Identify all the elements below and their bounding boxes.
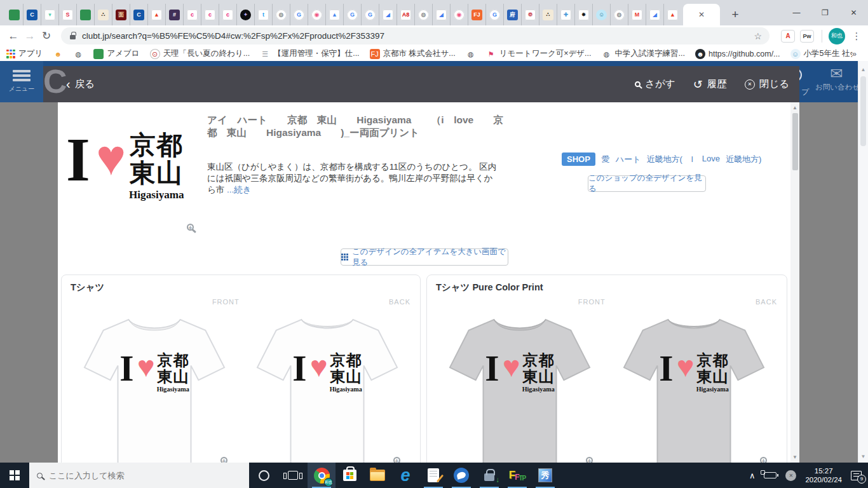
shop-all-designs-button[interactable]: このショップの全デザインを見る [588,175,706,192]
design-thumbnail[interactable]: I ♥ 京都 東山 Higasiyama [66,131,184,201]
panel-scrollbar[interactable]: ▲ ▼ [790,102,799,463]
pinned-tab-shuriken[interactable]: ✸ [574,4,592,25]
forward-icon[interactable]: → [22,28,38,44]
pinned-tab-fj[interactable]: FJ [468,4,485,25]
tray-status-icon[interactable]: ✕ [785,470,796,481]
zoom-in-icon[interactable] [760,457,767,463]
url-text[interactable]: clubt.jp/search?q=%B5%FE%C5%D4#cw:%2Fsp%… [82,31,749,41]
taskbar-edge-button[interactable]: e [391,463,419,488]
contact-button[interactable]: ✉ お問い合わせ [815,65,857,92]
tshirt-back-image[interactable]: I ♥ 京都 東山 Higasiyama [248,311,407,463]
pinned-tab-c-magenta-3[interactable]: c [219,4,236,25]
pinned-tab-globe-1[interactable]: ◍ [272,4,290,25]
tag-link[interactable]: 愛 [602,154,610,165]
bookmark-item[interactable]: ◍ [466,49,476,59]
bookmark-item[interactable]: ◍中学入試漢字練習... [602,48,685,59]
browser-scrollbar[interactable]: ▲ ▼ [858,61,868,463]
acrobat-extension-icon[interactable]: A [781,30,795,43]
site-menu-button[interactable]: メニュー [0,61,43,102]
bookmark-item[interactable]: FJ京都市 株式会社サ... [370,48,456,59]
tag-link[interactable]: ハート [616,154,641,165]
active-tab[interactable]: ✕ [683,4,720,25]
tshirt-front-image[interactable]: I ♥ 京都 東山 Higasiyama [75,311,234,463]
taskbar-thunderbird-button[interactable] [447,463,475,488]
bookmarks-overflow-icon[interactable]: » [852,49,862,58]
scroll-down-icon[interactable]: ▼ [790,452,799,462]
taskbar-security-button[interactable]: ↓ [475,463,503,488]
pinned-tab-waffle[interactable]: # [165,4,183,25]
bookmark-item[interactable]: ☺小学5年生 社会<... [790,48,852,59]
reload-icon[interactable]: ↻ [38,28,55,44]
pinned-tab-plus-blue[interactable]: ✚ [557,4,574,25]
zoom-in-icon[interactable] [586,457,593,463]
tshirt-front-image[interactable]: I ♥ 京都 東山 Higasiyama [440,311,599,463]
pinned-tab-adsense-3[interactable]: ◢ [646,4,663,25]
tag-link[interactable]: Ｉ [688,154,696,165]
product-card-tshirt[interactable]: Tシャツ FRONT BACK I ♥ 京都 [61,274,421,463]
history-button[interactable]: ↺ 履歴 [693,78,727,91]
search-button[interactable]: さがす [635,78,675,91]
bookmark-item[interactable]: ☻https://github.com/... [695,49,780,59]
pinned-tab-kabuki[interactable]: 面 [112,4,130,25]
pinned-tab-figure-dark[interactable]: ✦ [236,4,254,25]
task-view-button[interactable] [278,463,308,488]
pinned-tab-flame-2[interactable]: ▲ [663,4,681,25]
bookmark-item[interactable]: ⚑リモートワーク可×デザ... [486,48,592,59]
zoom-in-icon[interactable] [393,457,400,463]
tray-expand-icon[interactable]: ∧ [749,471,756,480]
pinned-tab-mint-pin[interactable]: ▾ [41,4,58,25]
pinned-tab-s-red[interactable]: S [58,4,76,25]
pinned-tab-c-blue[interactable]: C [23,4,41,25]
scroll-down-icon[interactable]: ▼ [858,452,868,461]
tag-link[interactable]: 近畿地方( [646,154,682,165]
pinned-tab-a8[interactable]: A8 [397,4,414,25]
pinned-tab-flowers[interactable]: ❁ [521,4,539,25]
bookmark-item[interactable]: ◍ [73,49,83,59]
battery-icon[interactable] [764,472,776,478]
taskbar-chrome-button[interactable]: 和也 [308,463,336,488]
pinned-tab-google-g-1[interactable]: G [290,4,308,25]
pinned-tab-ameblo-frog[interactable] [5,4,23,25]
bookmark-item[interactable]: アプリ [6,48,43,59]
view-all-items-button[interactable]: このデザインの全アイテムを大きい画面で見る [341,248,508,266]
bookmark-item[interactable]: ⊙天理「長い夏の終わり... [150,48,250,59]
product-card-pure-color[interactable]: Tシャツ Pure Color Print FRONT BACK I ♥ [426,274,787,463]
pinned-tab-paw[interactable]: ∴ [94,4,112,25]
pinned-tab-face-blue[interactable]: ☺ [592,4,610,25]
browser-menu-icon[interactable]: ⋮ [850,30,863,42]
close-overlay-button[interactable]: ✕ 閉じる [745,78,789,91]
pinned-tab-pink-circle-2[interactable]: ◉ [450,4,468,25]
scrollbar-thumb[interactable] [860,76,866,146]
back-icon[interactable]: ← [5,28,22,44]
profile-avatar[interactable]: 和也 [829,28,845,44]
action-center-icon[interactable]: 9 [851,471,862,480]
taskbar-ffftp-button[interactable]: FFTP [503,463,531,488]
tag-link[interactable]: 近畿地方) [726,154,761,165]
bookmark-star-icon[interactable]: ☆ [754,31,762,41]
pinned-tab-adsense-2[interactable]: ◢ [432,4,450,25]
pinned-tab-kyoto-kanji[interactable]: 府 [503,4,521,25]
pinned-tab-ameblo-frog-2[interactable] [76,4,94,25]
scrollbar-thumb[interactable] [792,113,798,170]
bookmark-item[interactable]: アメブロ [93,48,139,59]
pinned-tab-c-magenta-2[interactable]: c [201,4,219,25]
pinned-tab-adsense-1[interactable]: ◢ [379,4,397,25]
pinned-tab-google-g-4[interactable]: G [485,4,503,25]
pinned-tab-globe-3[interactable]: ◍ [610,4,628,25]
tshirt-back-image[interactable]: I ♥ 京都 東山 Higasiyama [614,311,773,463]
zoom-in-icon[interactable] [187,224,194,231]
taskbar-search[interactable] [29,463,249,488]
pinned-tab-flame[interactable]: ▲ [147,4,165,25]
taskbar-explorer-button[interactable] [363,463,391,488]
taskbar-clock[interactable]: 15:27 2020/02/24 [805,466,842,484]
pinned-tab-google-g-3[interactable]: G [361,4,379,25]
pinned-tab-gmail[interactable]: M [628,4,646,25]
read-more-link[interactable]: ...続き [227,185,252,194]
window-restore-button[interactable]: ❐ [811,0,839,25]
taskbar-hidemaru-button[interactable]: 秀 [531,463,559,488]
pinned-tab-pink-circle-1[interactable]: ◉ [308,4,325,25]
scroll-up-icon[interactable]: ▲ [790,103,799,112]
pinned-tab-c-blue-2[interactable]: C [130,4,147,25]
bookmark-item[interactable]: ☰【運用管理・保守】仕... [260,48,359,59]
cortana-button[interactable] [249,463,278,488]
